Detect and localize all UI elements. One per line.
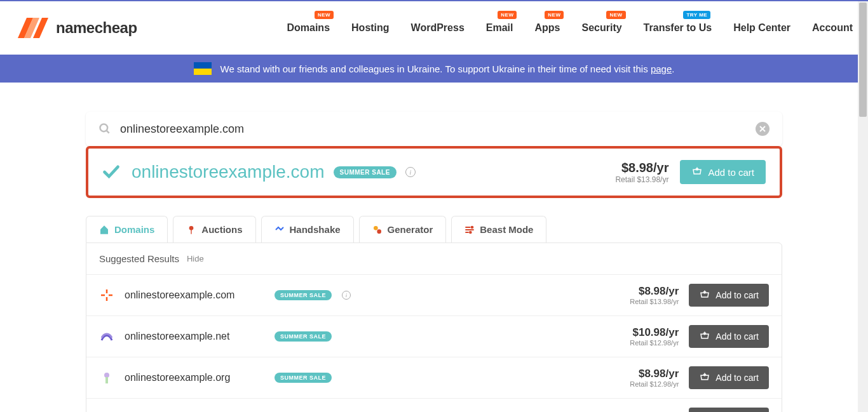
featured-domain-text: onlinestoreexample.com [132,162,325,182]
tab-generator[interactable]: Generator [359,216,447,243]
cart-icon [699,289,710,301]
content: onlinestoreexample.com SUMMER SALE i $8.… [0,83,868,412]
retail-value: Retail $12.98/yr [630,380,679,388]
nav-item-email[interactable]: EmailNEW [486,22,513,34]
results-list: onlinestoreexample.comSUMMER SALEi$8.98/… [86,274,782,412]
svg-point-6 [189,226,194,230]
add-to-cart-label: Add to cart [715,331,759,342]
sale-badge: SUMMER SALE [334,166,397,178]
svg-point-19 [104,373,109,378]
cart-icon [699,331,710,342]
search-input[interactable] [120,123,747,136]
result-row: onlinestoreexample.orgSUMMER SALE$8.98/y… [86,357,782,398]
svg-rect-7 [191,230,192,234]
price-value: $8.98/yr [630,285,679,298]
svg-line-1 [107,131,109,133]
featured-domain: onlinestoreexample.com SUMMER SALE i [132,162,604,182]
nav-badge: NEW [315,11,334,19]
tab-label: Generator [388,224,433,235]
result-price: $10.98/yrRetail $12.98/yr [630,326,679,347]
nav-item-wordpress[interactable]: WordPress [411,22,465,34]
search-icon [98,123,111,135]
nav-item-account[interactable]: Account [812,22,853,34]
scrollbar-thumb[interactable] [859,3,867,117]
banner-text-before: We stand with our friends and colleagues… [220,63,651,74]
main-nav: DomainsNEWHostingWordPressEmailNEWAppsNE… [287,22,853,34]
tab-label: Handshake [290,224,341,235]
header: namecheap DomainsNEWHostingWordPressEmai… [0,1,868,55]
nav-badge: NEW [606,11,625,19]
sale-badge: SUMMER SALE [275,331,332,342]
svg-point-0 [100,124,108,132]
add-to-cart-button[interactable]: Add to cart [689,408,769,412]
tld-icon [99,288,114,303]
nav-badge: TRY ME [683,11,710,19]
tld-icon [99,329,114,344]
handshake-icon [275,225,285,235]
info-icon[interactable]: i [342,291,351,300]
nav-item-hosting[interactable]: Hosting [351,22,390,34]
beast-mode-icon [465,225,475,235]
logo[interactable]: namecheap [15,15,137,41]
result-row: onlinestoreexample.netSUMMER SALE$10.98/… [86,316,782,357]
result-row: onlinestoreexample.aiSUMMER SALEi$65.98/… [86,398,782,412]
suggested-header: Suggested Results Hide [86,243,782,274]
tab-label: Auctions [201,224,242,235]
add-to-cart-label: Add to cart [715,373,759,383]
result-row: onlinestoreexample.comSUMMER SALEi$8.98/… [86,274,782,316]
hide-suggested-link[interactable]: Hide [187,254,204,263]
scrollbar[interactable] [858,1,868,412]
logo-text: namecheap [56,19,137,37]
add-to-cart-label: Add to cart [715,290,759,300]
tab-label: Domains [114,224,154,235]
nav-badge: NEW [498,11,517,19]
result-price: $8.98/yrRetail $12.98/yr [630,368,679,388]
banner-link[interactable]: page [651,63,672,74]
price-value: $10.98/yr [630,326,679,339]
nav-item-apps[interactable]: AppsNEW [534,22,560,34]
featured-result: onlinestoreexample.com SUMMER SALE i $8.… [86,146,782,198]
featured-price: $8.98/yr Retail $13.98/yr [615,161,668,184]
tld-icon [99,370,114,385]
logo-mark-icon [15,15,51,41]
nav-item-security[interactable]: SecurityNEW [581,22,621,34]
clear-search-button[interactable] [756,122,770,136]
results-panel: Suggested Results Hide onlinestoreexampl… [86,243,782,412]
flower-icon [99,370,114,385]
close-icon [759,126,766,132]
svg-rect-20 [105,377,108,383]
sale-badge: SUMMER SALE [275,290,332,300]
svg-point-8 [374,226,378,230]
add-to-cart-button[interactable]: Add to cart [689,325,769,348]
banner-text: We stand with our friends and colleagues… [220,63,675,74]
ukraine-banner: We stand with our friends and colleagues… [0,55,868,83]
search-box [86,112,782,146]
suggested-title: Suggested Results [99,253,179,264]
retail-value: Retail $12.98/yr [630,339,679,347]
retail-value: Retail $13.98/yr [630,298,679,305]
info-icon[interactable]: i [405,167,416,177]
price-value: $8.98/yr [630,368,679,380]
cart-icon [691,166,703,178]
sale-badge: SUMMER SALE [275,373,332,383]
nav-item-help-center[interactable]: Help Center [733,22,790,34]
banner-text-after: . [672,63,674,74]
tab-auctions[interactable]: Auctions [173,216,255,243]
nav-item-transfer-to-us[interactable]: Transfer to UsTRY ME [644,22,712,34]
globe-icon [99,288,114,303]
tab-handshake[interactable]: Handshake [261,216,354,243]
ukraine-flag-icon [194,62,212,75]
result-domain: onlinestoreexample.com [125,289,264,301]
tab-domains[interactable]: Domains [86,216,168,243]
result-price: $8.98/yrRetail $13.98/yr [630,285,679,305]
result-domain: onlinestoreexample.org [125,372,264,383]
add-to-cart-featured[interactable]: Add to cart [680,160,766,184]
tab-beast-mode[interactable]: Beast Mode [451,216,546,243]
add-to-cart-button[interactable]: Add to cart [689,284,769,307]
svg-point-14 [470,231,471,233]
add-to-cart-button[interactable]: Add to cart [689,366,769,389]
tabs: DomainsAuctionsHandshakeGeneratorBeast M… [86,216,782,243]
tab-label: Beast Mode [480,224,533,235]
featured-retail: Retail $13.98/yr [615,175,668,184]
nav-item-domains[interactable]: DomainsNEW [287,22,330,34]
